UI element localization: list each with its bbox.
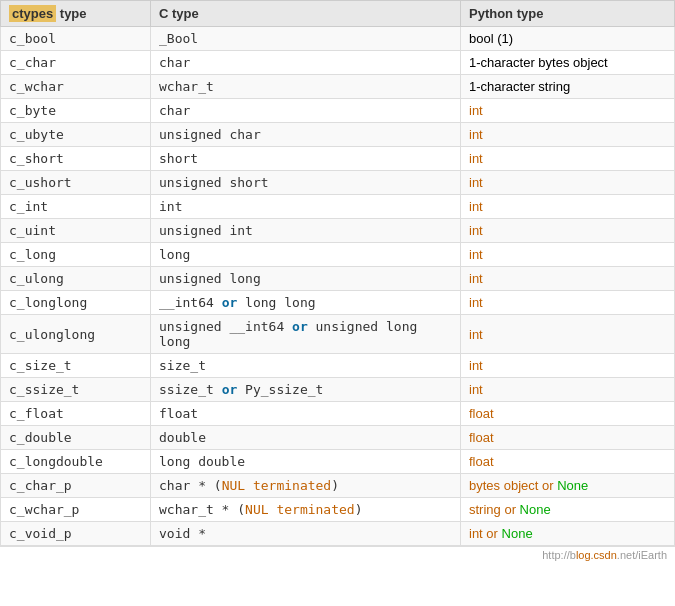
- ctypes-cell: c_size_t: [1, 354, 151, 378]
- ctypes-link[interactable]: c_bool: [9, 31, 56, 46]
- table-row: c_wchar_pwchar_t * (NUL terminated)strin…: [1, 498, 675, 522]
- ctype-cell: long double: [151, 450, 461, 474]
- ctypes-table: ctypes type C type Python type c_bool_Bo…: [0, 0, 675, 546]
- ctypes-cell: c_void_p: [1, 522, 151, 546]
- python-cell: string or None: [461, 498, 675, 522]
- watermark: http://blog.csdn.net/iEarth: [0, 546, 675, 563]
- python-cell: int: [461, 378, 675, 402]
- ctypes-link[interactable]: c_ulong: [9, 271, 64, 286]
- ctypes-cell: c_double: [1, 426, 151, 450]
- ctypes-cell: c_long: [1, 243, 151, 267]
- table-row: c_size_tsize_tint: [1, 354, 675, 378]
- ctype-cell: unsigned short: [151, 171, 461, 195]
- ctypes-link[interactable]: c_byte: [9, 103, 56, 118]
- ctypes-cell: c_float: [1, 402, 151, 426]
- python-cell: int: [461, 291, 675, 315]
- python-cell: int: [461, 219, 675, 243]
- table-row: c_longlong__int64 or long longint: [1, 291, 675, 315]
- ctype-cell: long: [151, 243, 461, 267]
- ctypes-cell: c_char: [1, 51, 151, 75]
- ctypes-link[interactable]: c_char: [9, 55, 56, 70]
- table-row: c_bytecharint: [1, 99, 675, 123]
- ctypes-cell: c_longlong: [1, 291, 151, 315]
- ctypes-cell: c_char_p: [1, 474, 151, 498]
- ctypes-link[interactable]: c_longlong: [9, 295, 87, 310]
- ctypes-link[interactable]: c_double: [9, 430, 72, 445]
- table-row: c_intintint: [1, 195, 675, 219]
- ctypes-link[interactable]: c_void_p: [9, 526, 72, 541]
- ctypes-link[interactable]: c_long: [9, 247, 56, 262]
- header-ctype: C type: [151, 1, 461, 27]
- ctype-cell: char * (NUL terminated): [151, 474, 461, 498]
- python-cell: bytes object or None: [461, 474, 675, 498]
- python-cell: float: [461, 450, 675, 474]
- ctypes-link[interactable]: c_short: [9, 151, 64, 166]
- ctypes-cell: c_ulonglong: [1, 315, 151, 354]
- ctypes-link[interactable]: c_ushort: [9, 175, 72, 190]
- ctypes-cell: c_uint: [1, 219, 151, 243]
- ctypes-link[interactable]: c_int: [9, 199, 48, 214]
- ctypes-link[interactable]: c_ssize_t: [9, 382, 79, 397]
- ctype-cell: ssize_t or Py_ssize_t: [151, 378, 461, 402]
- table-row: c_longlongint: [1, 243, 675, 267]
- table-row: c_longdoublelong doublefloat: [1, 450, 675, 474]
- table-row: c_wcharwchar_t1-character string: [1, 75, 675, 99]
- ctype-cell: unsigned int: [151, 219, 461, 243]
- python-cell: int: [461, 354, 675, 378]
- ctypes-cell: c_ushort: [1, 171, 151, 195]
- ctype-cell: wchar_t * (NUL terminated): [151, 498, 461, 522]
- ctypes-link[interactable]: c_float: [9, 406, 64, 421]
- ctype-cell: char: [151, 51, 461, 75]
- python-cell: 1-character bytes object: [461, 51, 675, 75]
- header-python: Python type: [461, 1, 675, 27]
- ctypes-link[interactable]: c_ulonglong: [9, 327, 95, 342]
- ctype-cell: __int64 or long long: [151, 291, 461, 315]
- ctypes-cell: c_int: [1, 195, 151, 219]
- python-cell: int: [461, 147, 675, 171]
- table-row: c_ubyteunsigned charint: [1, 123, 675, 147]
- ctype-cell: char: [151, 99, 461, 123]
- python-cell: bool (1): [461, 27, 675, 51]
- python-cell: float: [461, 402, 675, 426]
- ctypes-link[interactable]: c_uint: [9, 223, 56, 238]
- ctype-cell: wchar_t: [151, 75, 461, 99]
- ctype-cell: double: [151, 426, 461, 450]
- table-row: c_ulonglongunsigned __int64 or unsigned …: [1, 315, 675, 354]
- table-row: c_void_pvoid *int or None: [1, 522, 675, 546]
- python-cell: int or None: [461, 522, 675, 546]
- table-row: c_ssize_tssize_t or Py_ssize_tint: [1, 378, 675, 402]
- table-row: c_ushortunsigned shortint: [1, 171, 675, 195]
- ctypes-cell: c_longdouble: [1, 450, 151, 474]
- ctypes-cell: c_ubyte: [1, 123, 151, 147]
- python-cell: int: [461, 243, 675, 267]
- table-row: c_doubledoublefloat: [1, 426, 675, 450]
- python-cell: 1-character string: [461, 75, 675, 99]
- ctypes-cell: c_wchar: [1, 75, 151, 99]
- ctypes-link[interactable]: c_wchar_p: [9, 502, 79, 517]
- ctype-cell: short: [151, 147, 461, 171]
- ctypes-link[interactable]: c_ubyte: [9, 127, 64, 142]
- python-cell: int: [461, 267, 675, 291]
- ctypes-link[interactable]: c_longdouble: [9, 454, 103, 469]
- table-row: c_shortshortint: [1, 147, 675, 171]
- table-row: c_uintunsigned intint: [1, 219, 675, 243]
- ctypes-link[interactable]: c_size_t: [9, 358, 72, 373]
- python-cell: int: [461, 195, 675, 219]
- ctypes-link[interactable]: c_wchar: [9, 79, 64, 94]
- ctypes-cell: c_ssize_t: [1, 378, 151, 402]
- python-cell: int: [461, 171, 675, 195]
- python-cell: int: [461, 99, 675, 123]
- ctype-cell: _Bool: [151, 27, 461, 51]
- watermark-text: http://blog.csdn.net/iEarth: [542, 549, 667, 561]
- ctype-cell: unsigned long: [151, 267, 461, 291]
- table-row: c_floatfloatfloat: [1, 402, 675, 426]
- ctypes-cell: c_bool: [1, 27, 151, 51]
- python-cell: float: [461, 426, 675, 450]
- table-row: c_charchar1-character bytes object: [1, 51, 675, 75]
- ctypes-link[interactable]: c_char_p: [9, 478, 72, 493]
- ctype-cell: int: [151, 195, 461, 219]
- header-ctypes: ctypes type: [1, 1, 151, 27]
- ctype-cell: unsigned char: [151, 123, 461, 147]
- python-cell: int: [461, 123, 675, 147]
- table-row: c_char_pchar * (NUL terminated)bytes obj…: [1, 474, 675, 498]
